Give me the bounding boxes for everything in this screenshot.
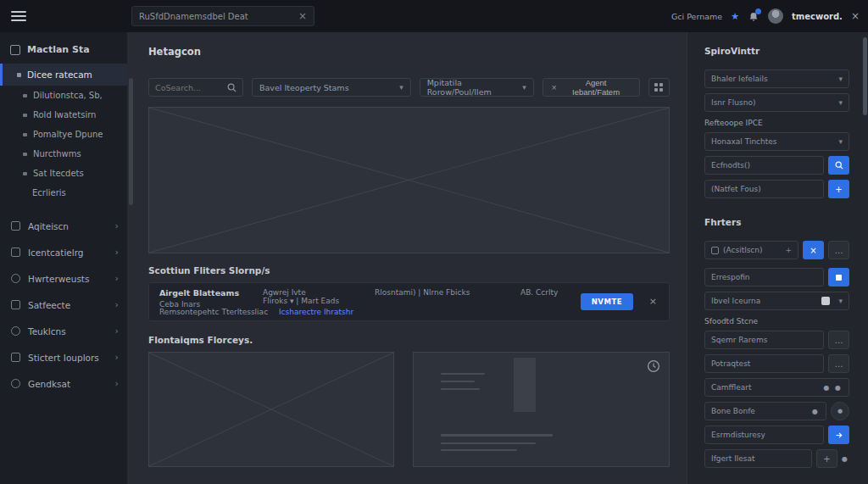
- chevron-down-icon: ▾: [512, 83, 526, 92]
- agent-action-button[interactable]: × Agent Iebant/Fatem: [542, 78, 640, 97]
- dots-icon: ● ●: [823, 384, 843, 392]
- card-footer: Remsontepehtc Tterltessliac Icsharectre …: [159, 308, 353, 316]
- grid-icon: [654, 83, 663, 92]
- more-options-button[interactable]: …: [828, 331, 849, 349]
- toolbar-search-input[interactable]: [155, 83, 227, 92]
- card-primary-button[interactable]: NVMTE: [581, 293, 633, 310]
- menu-item-icon: [11, 221, 20, 231]
- wireframe-line: [441, 449, 517, 451]
- more-options-button[interactable]: …: [828, 241, 849, 259]
- sidebar-menu-label: Stictert Iouplors: [28, 353, 99, 363]
- dot-icon: ●: [842, 455, 849, 463]
- sidebar-sub-item[interactable]: Rold Iwatetsirn: [0, 105, 127, 125]
- input-natfet-fous[interactable]: (Natfet Fous): [704, 180, 824, 198]
- checkbox-icon[interactable]: [711, 247, 719, 254]
- add-item-button[interactable]: +: [816, 449, 837, 468]
- main-scrollbar-thumb[interactable]: [129, 78, 133, 205]
- plus-icon[interactable]: +: [785, 246, 792, 254]
- sidebar-sub-item[interactable]: Ecrlieris: [0, 183, 127, 203]
- notification-bell-icon[interactable]: [748, 10, 760, 22]
- sidebar-menu-item[interactable]: Teuklcns ›: [0, 318, 127, 344]
- dropdown-user-fusion[interactable]: Isnr Flusno) ▾: [704, 93, 849, 112]
- menu-item-icon: [11, 353, 20, 362]
- card-col4-text: AB. Ccrlty: [520, 288, 558, 297]
- toggle-dot-button[interactable]: ●: [831, 402, 849, 420]
- sidebar-menu-item[interactable]: Stictert Iouplors ›: [0, 344, 127, 370]
- notification-badge: [755, 8, 761, 14]
- chevron-right-icon: ›: [115, 220, 119, 231]
- card-footer-link[interactable]: Icsharectre Ihratshr: [279, 308, 353, 316]
- filter-summary-card: Airgelt Blatteams Ceba Inars Agwrej Ivte…: [148, 282, 670, 321]
- close-icon[interactable]: ×: [851, 10, 860, 22]
- input-value: (Natfet Fous): [711, 185, 761, 193]
- input-camffleart[interactable]: Camffleart ● ●: [704, 378, 849, 397]
- search-icon: [835, 161, 843, 170]
- menu-item-icon: [11, 326, 20, 336]
- input-bone-bonfe[interactable]: Bone Bonfe ●: [704, 402, 826, 420]
- field-row: Sqemr Rarems …: [704, 331, 849, 349]
- wireframe-line: [441, 388, 480, 390]
- grid-view-button[interactable]: [648, 78, 670, 97]
- card-close-icon[interactable]: ×: [649, 296, 657, 307]
- dropdown-dealer-details[interactable]: Bhaler Iefelails ▾: [704, 70, 849, 88]
- arrow-icon: [835, 431, 843, 439]
- clock-icon[interactable]: [647, 359, 660, 376]
- input-esrmdisturesy[interactable]: Esrmdisturesy: [704, 426, 824, 444]
- input-potraqtest[interactable]: Potraqtest: [704, 354, 824, 373]
- remove-filter-button[interactable]: ×: [803, 241, 824, 259]
- chevron-right-icon: ›: [115, 325, 119, 337]
- page-scrollbar-thumb[interactable]: [863, 37, 867, 115]
- card-col-3: Rlosntami) | Nlrne Fbicks: [375, 288, 520, 309]
- card-title: Airgelt Blatteams: [159, 288, 263, 298]
- dropdown-touches[interactable]: Honaxal Tinchtes ▾: [704, 132, 849, 151]
- field-row: Ifgert Ilesat + ●: [704, 449, 849, 468]
- field-row: Honaxal Tinchtes ▾: [704, 132, 849, 151]
- field-row: Ibvel Iceurna ▾: [704, 292, 849, 310]
- search-button[interactable]: [828, 156, 849, 175]
- wireframe-line: [441, 373, 485, 375]
- toolbar-search[interactable]: [148, 78, 243, 97]
- sidebar-sub-label: Rold Iwatetsirn: [33, 110, 96, 120]
- clear-search-icon[interactable]: ×: [298, 10, 307, 22]
- avatar[interactable]: [768, 8, 783, 24]
- input-ecfnodts[interactable]: Ecfnodts(): [704, 156, 824, 175]
- menu-item-icon: [11, 300, 20, 309]
- sidebar-item-selected[interactable]: Dicee ratecam: [0, 64, 127, 86]
- topbar-right: Gci Pername ★ tmecword. ×: [671, 8, 868, 24]
- more-options-button[interactable]: …: [828, 354, 849, 373]
- sidebar-selected-label: Dicee ratecam: [27, 70, 92, 80]
- username[interactable]: tmecword.: [792, 12, 843, 21]
- toolbar-dropdown-1[interactable]: Bavel Iteoperty Stams ▾: [252, 78, 411, 97]
- input-sqemr[interactable]: Sqemr Rarems: [704, 331, 824, 349]
- hamburger-menu-icon[interactable]: [11, 11, 26, 21]
- sidebar-sub-item[interactable]: Pomaltye Dpune: [0, 125, 127, 144]
- bullet-icon: [23, 133, 27, 136]
- field-row: Bhaler Iefelails ▾: [704, 70, 849, 88]
- sidebar-menu-item[interactable]: Hwrterweusts ›: [0, 265, 127, 292]
- confirm-button[interactable]: [828, 426, 849, 444]
- image-placeholder-main: [148, 107, 670, 253]
- sidebar-menu-item[interactable]: Icentcatielrg ›: [0, 239, 127, 265]
- page-scrollbar[interactable]: [861, 32, 868, 484]
- toolbar-dropdown-2[interactable]: Mpitatila Rorow/Poul/Ilem ▾: [420, 78, 534, 97]
- topbar-search[interactable]: ×: [131, 6, 314, 26]
- sidebar-menu-item[interactable]: Gendksat ›: [0, 370, 127, 397]
- input-ifgert-ilesat[interactable]: Ifgert Ilesat: [704, 449, 812, 468]
- sidebar-menu-item[interactable]: Aqiteiscn ›: [0, 213, 127, 239]
- apply-button[interactable]: [828, 268, 849, 287]
- input-errespofin[interactable]: Errespofin: [704, 268, 824, 287]
- dropdown-value: Isnr Flusno): [711, 98, 755, 107]
- sidebar-sub-item[interactable]: Sat Itecdets: [0, 164, 127, 183]
- sidebar-sub-label: Nurcthwms: [33, 149, 81, 159]
- app-logo-icon: [10, 45, 20, 55]
- card-col2-line2[interactable]: Fliroks ▾ | Mart Eads: [263, 297, 375, 305]
- sidebar-sub-item[interactable]: Nurcthwms: [0, 144, 127, 164]
- topbar-search-input[interactable]: [139, 12, 293, 21]
- flag-icon[interactable]: ★: [731, 11, 739, 22]
- document-preview-card: [413, 352, 670, 467]
- sidebar-sub-item[interactable]: Dilutionstca, Sb,: [0, 86, 127, 105]
- add-button[interactable]: +: [828, 180, 849, 198]
- sidebar-menu-item[interactable]: Satfeecte ›: [0, 292, 127, 318]
- dropdown-level[interactable]: Ibvel Iceurna ▾: [704, 292, 849, 310]
- filter-input[interactable]: (Acsitlscn) +: [704, 241, 798, 259]
